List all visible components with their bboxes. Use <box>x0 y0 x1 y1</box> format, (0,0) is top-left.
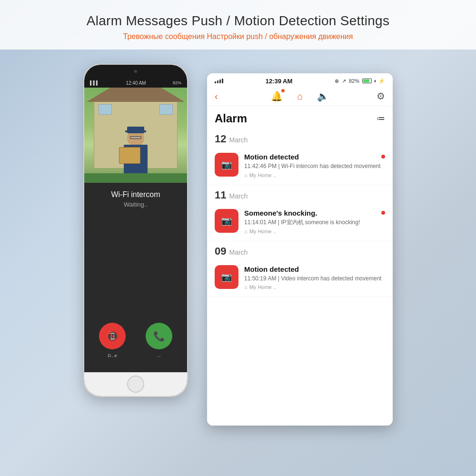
location-text: My Home .. <box>249 172 276 178</box>
battery-tip <box>375 80 376 82</box>
date-separator-1: 11March <box>207 185 393 204</box>
location-icon: ⊕ <box>335 78 339 84</box>
signal-bar-3 <box>219 79 221 83</box>
battery-indicator <box>362 79 372 83</box>
bell-nav-icon[interactable]: 🔔 <box>271 90 283 102</box>
alarm-item-content: Motion detected11:50:19 AM | Video inter… <box>244 265 385 290</box>
content-wrapper: Alarm Messages Push / Motion Detection S… <box>0 0 476 476</box>
date-month: March <box>229 192 248 200</box>
filter-icon[interactable]: ≔ <box>377 113 385 124</box>
settings-nav-icon[interactable]: ⚙ <box>377 90 385 102</box>
call-status: Waiting.. <box>124 201 148 208</box>
alarm-title: Alarm <box>215 112 247 125</box>
alarm-item-0-0[interactable]: 📷Motion detected11:42:46 PM | Wi-Fi inte… <box>207 148 393 185</box>
call-info-section: Wi-Fi intercom Waiting.. <box>84 183 187 315</box>
alarm-device-icon-wrap: 📷 <box>215 209 238 233</box>
signal-icon: ▌▌▌ <box>90 80 99 85</box>
date-month: March <box>229 136 248 144</box>
alarm-event-description: 11:50:19 AM | Video intercom has detecte… <box>244 275 385 283</box>
caller-name: Wi-Fi intercom <box>111 190 160 199</box>
signal-bar-4 <box>222 79 223 83</box>
alarm-list: 12March📷Motion detected11:42:46 PM | Wi-… <box>207 129 393 426</box>
caller-image <box>84 88 187 183</box>
notification-dot <box>281 89 285 92</box>
home-small-icon: ⌂ <box>244 284 248 290</box>
accept-button[interactable]: 📞 <box>146 323 172 349</box>
alarm-location: ⌂My Home .. <box>244 228 385 234</box>
back-button[interactable]: ‹ <box>215 91 218 102</box>
location-text: My Home .. <box>249 284 276 290</box>
left-time: 12:40 AM <box>126 80 146 86</box>
date-month: March <box>229 248 248 256</box>
signal-bar-2 <box>217 80 218 83</box>
battery-percent: 82% <box>349 78 359 84</box>
date-day: 11 <box>215 189 226 201</box>
date-separator-2: 09March <box>207 241 393 260</box>
right-phone: 12:39 AM ⊕ ↗ 82% ⚡ ‹ 🔔 <box>207 73 393 426</box>
home-button-area <box>84 372 187 396</box>
header-section: Alarm Messages Push / Motion Detection S… <box>0 0 476 50</box>
alarm-event-description: 11:42:46 PM | Wi-Fi intercom has detecte… <box>244 162 385 170</box>
page-subtitle: Тревожные сообщения Настройки push / обн… <box>19 32 457 41</box>
phone-notch <box>84 65 187 78</box>
decline-label: D...e <box>108 353 117 358</box>
decline-button[interactable]: 📵 <box>99 323 126 349</box>
front-camera <box>134 70 137 73</box>
home-small-icon: ⌂ <box>244 172 248 178</box>
caller-person <box>124 127 148 178</box>
charging-icon: ⚡ <box>378 78 385 84</box>
ios-right-status: ⊕ ↗ 82% ⚡ <box>335 78 385 84</box>
alarm-item-content: Motion detected11:42:46 PM | Wi-Fi inter… <box>244 153 385 178</box>
ios-status-bar: 12:39 AM ⊕ ↗ 82% ⚡ <box>207 73 393 87</box>
signal-bar-1 <box>215 81 216 83</box>
decline-icon: 📵 <box>107 330 119 342</box>
camera-icon: 📷 <box>221 216 232 226</box>
unread-dot <box>381 155 385 159</box>
alarm-location: ⌂My Home .. <box>244 284 385 290</box>
call-buttons-area: 📵 D...e 📞 ... <box>84 315 187 372</box>
nav-icons-center: 🔔 ⌂ 🔈 <box>224 90 377 102</box>
speaker-nav-icon[interactable]: 🔈 <box>317 90 329 102</box>
alarm-item-2-0[interactable]: 📷Motion detected11:50:19 AM | Video inte… <box>207 260 393 298</box>
ios-time: 12:39 AM <box>266 78 293 85</box>
location-text: My Home .. <box>249 228 276 234</box>
app-nav-bar: ‹ 🔔 ⌂ 🔈 ⚙ <box>207 87 393 106</box>
date-day: 09 <box>215 245 226 258</box>
unread-dot <box>381 211 385 215</box>
accept-icon: 📞 <box>153 330 165 342</box>
alarm-item-content: Someone's knocking.11:14:01 AM | IP室内机 s… <box>244 209 385 234</box>
camera-icon: 📷 <box>221 159 232 170</box>
alarm-item-1-0[interactable]: 📷Someone's knocking.11:14:01 AM | IP室内机 … <box>207 204 393 241</box>
alarm-event-title: Someone's knocking. <box>244 209 385 217</box>
alarm-location: ⌂My Home .. <box>244 172 385 178</box>
alarm-event-title: Motion detected <box>244 153 385 161</box>
left-status-bar: ▌▌▌ 12:40 AM 82% <box>84 78 187 88</box>
left-phone: ▌▌▌ 12:40 AM 82% <box>83 64 188 397</box>
home-small-icon: ⌂ <box>244 228 248 234</box>
date-day: 12 <box>215 133 226 145</box>
page-title: Alarm Messages Push / Motion Detection S… <box>19 13 457 29</box>
signal-bars <box>215 79 223 83</box>
home-nav-icon[interactable]: ⌂ <box>297 91 303 102</box>
direction-icon: ↗ <box>342 78 346 84</box>
alarm-device-icon-wrap: 📷 <box>215 153 238 177</box>
battery-fill <box>363 79 369 82</box>
alarm-event-description: 11:14:01 AM | IP室内机 someone is knocking! <box>244 218 385 227</box>
phones-area: ▌▌▌ 12:40 AM 82% <box>0 50 476 476</box>
accept-label: ... <box>157 353 161 358</box>
alarm-event-title: Motion detected <box>244 265 385 273</box>
alarm-device-icon-wrap: 📷 <box>215 265 238 289</box>
home-button[interactable] <box>127 376 144 393</box>
left-battery: 82% <box>173 80 181 85</box>
camera-icon: 📷 <box>221 272 232 282</box>
alarm-header: Alarm ≔ <box>207 106 393 129</box>
date-separator-0: 12March <box>207 129 393 148</box>
left-phone-screen: ▌▌▌ 12:40 AM 82% <box>84 65 187 396</box>
